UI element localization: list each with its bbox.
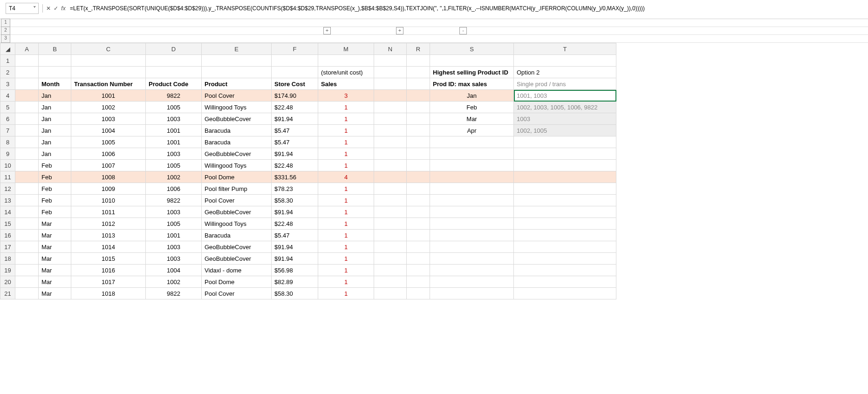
outline-level-2[interactable]: 2: [1, 27, 10, 35]
hdr-prod-id-max-sales[interactable]: Prod ID: max sales: [430, 78, 514, 90]
cell-sales[interactable]: 1: [318, 160, 374, 171]
cell[interactable]: [146, 55, 202, 67]
cell[interactable]: [430, 195, 514, 206]
cell-sales[interactable]: 1: [318, 113, 374, 125]
summary-result[interactable]: 1002, 1005: [514, 125, 616, 136]
cell[interactable]: [407, 136, 430, 148]
cell-store-cost[interactable]: $5.47: [272, 136, 318, 148]
cell[interactable]: [430, 171, 514, 183]
cell[interactable]: [514, 195, 616, 206]
cell[interactable]: [39, 67, 71, 78]
cell[interactable]: [430, 218, 514, 230]
cell[interactable]: [15, 113, 39, 125]
cell-product-code[interactable]: 1002: [146, 171, 202, 183]
accept-icon[interactable]: ✓: [52, 5, 60, 12]
cell[interactable]: [374, 183, 407, 195]
cell[interactable]: [514, 171, 616, 183]
cell[interactable]: [39, 55, 71, 67]
row-header[interactable]: 14: [0, 206, 15, 218]
cell-store-cost[interactable]: $22.48: [272, 218, 318, 230]
cell[interactable]: [430, 136, 514, 148]
cell[interactable]: [15, 78, 39, 90]
cell-sales[interactable]: 1: [318, 183, 374, 195]
cell-store-cost[interactable]: $58.30: [272, 288, 318, 299]
cell-month[interactable]: Jan: [39, 136, 71, 148]
formula-input[interactable]: [67, 4, 868, 13]
cell-month[interactable]: Mar: [39, 253, 71, 265]
cell[interactable]: [15, 276, 39, 288]
cell[interactable]: [374, 136, 407, 148]
cell-product-code[interactable]: 1005: [146, 160, 202, 171]
cell[interactable]: [146, 67, 202, 78]
cell-store-cost[interactable]: $82.89: [272, 276, 318, 288]
cell[interactable]: [514, 183, 616, 195]
cell-product-code[interactable]: 1003: [146, 206, 202, 218]
cell-product[interactable]: Willingood Toys: [202, 218, 272, 230]
cell[interactable]: [374, 125, 407, 136]
cell-store-cost[interactable]: $91.94: [272, 206, 318, 218]
cell-transaction-number[interactable]: 1007: [71, 160, 146, 171]
cell-sales[interactable]: 3: [318, 90, 374, 102]
cell[interactable]: [514, 265, 616, 276]
cell[interactable]: [202, 55, 272, 67]
cell-sales[interactable]: 1: [318, 136, 374, 148]
cell-month[interactable]: Feb: [39, 195, 71, 206]
col-header[interactable]: N: [374, 43, 407, 55]
outline-level-3[interactable]: 3: [1, 34, 10, 43]
cell-store-cost[interactable]: $22.48: [272, 102, 318, 113]
row-header[interactable]: 12: [0, 183, 15, 195]
cell[interactable]: [514, 55, 616, 67]
cell[interactable]: [407, 195, 430, 206]
cell-product-code[interactable]: 9822: [146, 288, 202, 299]
cell[interactable]: [407, 230, 430, 241]
cell-store-cost[interactable]: $331.56: [272, 171, 318, 183]
cell-sales[interactable]: 1: [318, 218, 374, 230]
cell-month[interactable]: Mar: [39, 276, 71, 288]
cell-product[interactable]: GeoBubbleCover: [202, 241, 272, 253]
cell-store-cost[interactable]: $174.90: [272, 90, 318, 102]
cell-transaction-number[interactable]: 1016: [71, 265, 146, 276]
chevron-down-icon[interactable]: ˅: [33, 5, 36, 12]
cell[interactable]: [15, 253, 39, 265]
cell-month[interactable]: Jan: [39, 125, 71, 136]
cell-product[interactable]: Willingood Toys: [202, 102, 272, 113]
cell-sales[interactable]: 4: [318, 171, 374, 183]
cell-month[interactable]: Feb: [39, 183, 71, 195]
row-header[interactable]: 2: [0, 67, 15, 78]
cell-transaction-number[interactable]: 1001: [71, 90, 146, 102]
cell[interactable]: [407, 148, 430, 160]
cell-product[interactable]: Baracuda: [202, 125, 272, 136]
cell-month[interactable]: Mar: [39, 241, 71, 253]
cell-product-code[interactable]: 1001: [146, 136, 202, 148]
cell[interactable]: [272, 55, 318, 67]
cell-product[interactable]: GeoBubbleCover: [202, 253, 272, 265]
cell-sales[interactable]: 1: [318, 253, 374, 265]
cell-sales[interactable]: 1: [318, 288, 374, 299]
cell[interactable]: [514, 276, 616, 288]
outline-level-1[interactable]: 1: [1, 19, 10, 27]
cell-store-cost[interactable]: $91.94: [272, 241, 318, 253]
col-header[interactable]: A: [15, 43, 39, 55]
cell[interactable]: [407, 183, 430, 195]
cell-month[interactable]: Mar: [39, 218, 71, 230]
row-header[interactable]: 13: [0, 195, 15, 206]
row-header[interactable]: 1: [0, 55, 15, 67]
cell-transaction-number[interactable]: 1002: [71, 102, 146, 113]
cell[interactable]: [15, 230, 39, 241]
cell[interactable]: [15, 195, 39, 206]
summary-result[interactable]: 1002, 1003, 1005, 1006, 9822: [514, 102, 616, 113]
cell-transaction-number[interactable]: 1008: [71, 171, 146, 183]
hdr-product[interactable]: Product: [202, 78, 272, 90]
cell[interactable]: [374, 218, 407, 230]
cell[interactable]: [15, 241, 39, 253]
note-store-unit-cost[interactable]: (store/unit cost): [318, 67, 374, 78]
cell[interactable]: [514, 136, 616, 148]
cell-transaction-number[interactable]: 1010: [71, 195, 146, 206]
col-header[interactable]: B: [39, 43, 71, 55]
cell-sales[interactable]: 1: [318, 241, 374, 253]
col-header[interactable]: D: [146, 43, 202, 55]
row-header[interactable]: 11: [0, 171, 15, 183]
cell[interactable]: [407, 78, 430, 90]
col-header[interactable]: F: [272, 43, 318, 55]
cell-transaction-number[interactable]: 1011: [71, 206, 146, 218]
